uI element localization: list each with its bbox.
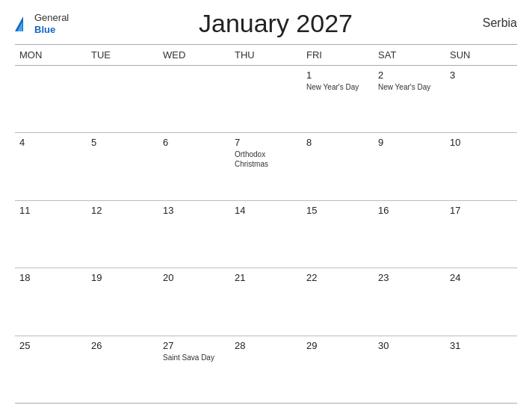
date-21: 21 (235, 272, 297, 283)
date-23: 23 (378, 272, 441, 283)
day-thu: THU (230, 48, 302, 62)
week-5: 25 26 27 Saint Sava Day 28 29 30 31 (15, 336, 517, 404)
calendar-title: January 2027 (69, 9, 483, 38)
cell-jan23: 23 (374, 268, 445, 335)
day-sun: SUN (445, 48, 517, 62)
logo-icon (15, 16, 31, 31)
date-11: 11 (19, 205, 82, 216)
date-5: 5 (91, 137, 154, 148)
date-24: 24 (450, 272, 513, 283)
date-15: 15 (306, 205, 369, 216)
cell-jan30: 30 (374, 336, 445, 403)
date-7: 7 (235, 137, 297, 148)
cell-jan27: 27 Saint Sava Day (158, 336, 230, 403)
event-new-years-2: New Year's Day (378, 82, 441, 92)
date-26: 26 (91, 340, 154, 351)
date-18: 18 (19, 272, 82, 283)
date-27: 27 (163, 340, 226, 351)
cell-jan12: 12 (87, 201, 158, 268)
logo-general: General (34, 12, 69, 24)
day-wed: WED (158, 48, 230, 62)
calendar-header: General Blue January 2027 Serbia (15, 12, 517, 38)
cell-jan4: 4 (15, 133, 87, 200)
cell-jan24: 24 (445, 268, 517, 335)
cell-jan22: 22 (302, 268, 374, 335)
calendar-grid: 1 New Year's Day 2 New Year's Day 3 4 5 … (15, 66, 517, 404)
cell-jan16: 16 (374, 201, 445, 268)
date-20: 20 (163, 272, 226, 283)
cell-w1-tue (87, 66, 158, 132)
week-1: 1 New Year's Day 2 New Year's Day 3 (15, 66, 517, 133)
date-12: 12 (91, 205, 154, 216)
cell-jan14: 14 (230, 201, 302, 268)
cell-jan2: 2 New Year's Day (374, 66, 445, 132)
date-28: 28 (235, 340, 297, 351)
week-4: 18 19 20 21 22 23 24 (15, 268, 517, 336)
cell-jan15: 15 (302, 201, 374, 268)
day-sat: SAT (374, 48, 445, 62)
cell-jan10: 10 (445, 133, 517, 200)
logo: General Blue (15, 12, 69, 35)
cell-jan25: 25 (15, 336, 87, 403)
cell-w1-mon (15, 66, 87, 132)
date-6: 6 (163, 137, 226, 148)
date-10: 10 (450, 137, 513, 148)
week-2: 4 5 6 7 Orthodox Christmas 8 9 10 (15, 133, 517, 200)
date-3: 3 (450, 69, 513, 81)
cell-jan3: 3 (445, 66, 517, 132)
date-4: 4 (19, 137, 82, 148)
date-25: 25 (19, 340, 82, 351)
date-22: 22 (306, 272, 369, 283)
calendar-container: General Blue January 2027 Serbia MON TUE… (0, 0, 532, 411)
date-9: 9 (378, 137, 441, 148)
country-label: Serbia (483, 16, 517, 30)
date-1: 1 (306, 69, 369, 81)
cell-jan8: 8 (302, 133, 374, 200)
cell-jan18: 18 (15, 268, 87, 335)
date-17: 17 (450, 205, 513, 216)
date-19: 19 (91, 272, 154, 283)
cell-jan31: 31 (445, 336, 517, 403)
day-tue: TUE (87, 48, 158, 62)
date-8: 8 (306, 137, 369, 148)
event-saint-sava: Saint Sava Day (163, 353, 226, 362)
cell-jan19: 19 (87, 268, 158, 335)
cell-jan20: 20 (158, 268, 230, 335)
date-13: 13 (163, 205, 226, 216)
cell-jan7: 7 Orthodox Christmas (230, 133, 302, 200)
logo-text: General Blue (34, 12, 69, 35)
event-new-years-1: New Year's Day (306, 82, 369, 92)
date-30: 30 (378, 340, 441, 351)
cell-jan1: 1 New Year's Day (302, 66, 374, 132)
cell-jan11: 11 (15, 201, 87, 268)
cell-w1-wed (158, 66, 230, 132)
cell-w1-thu (230, 66, 302, 132)
days-header: MON TUE WED THU FRI SAT SUN (15, 45, 517, 66)
event-orthodox-christmas: Orthodox Christmas (235, 149, 297, 169)
cell-jan6: 6 (158, 133, 230, 200)
date-31: 31 (450, 340, 513, 351)
week-3: 11 12 13 14 15 16 17 (15, 201, 517, 268)
day-mon: MON (15, 48, 87, 62)
date-14: 14 (235, 205, 297, 216)
cell-jan29: 29 (302, 336, 374, 403)
logo-blue: Blue (34, 24, 69, 36)
cell-jan17: 17 (445, 201, 517, 268)
date-2: 2 (378, 69, 441, 81)
cell-jan26: 26 (87, 336, 158, 403)
cell-jan28: 28 (230, 336, 302, 403)
cell-jan13: 13 (158, 201, 230, 268)
cell-jan21: 21 (230, 268, 302, 335)
cell-jan5: 5 (87, 133, 158, 200)
date-29: 29 (306, 340, 369, 351)
cell-jan9: 9 (374, 133, 445, 200)
date-16: 16 (378, 205, 441, 216)
day-fri: FRI (302, 48, 374, 62)
